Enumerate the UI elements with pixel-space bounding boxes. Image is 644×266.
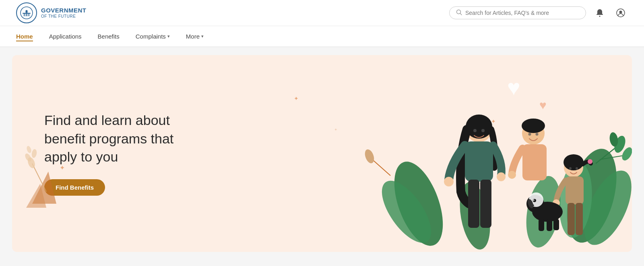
chevron-down-icon: ▾ [201,34,204,39]
logo[interactable]: GOVERNMENT OF THE FUTURE [16,2,87,23]
search-input[interactable] [465,10,579,16]
svg-point-19 [26,145,32,153]
svg-rect-70 [547,219,552,231]
svg-rect-45 [468,180,479,228]
svg-point-52 [508,171,516,179]
svg-rect-60 [568,203,575,235]
sparkle-icon: ✦ [294,95,299,102]
svg-line-36 [372,160,390,176]
svg-point-10 [599,16,601,17]
svg-point-48 [522,119,545,133]
svg-rect-61 [576,203,583,235]
svg-rect-6 [26,14,27,16]
svg-rect-5 [24,14,25,16]
svg-point-18 [31,149,37,158]
svg-point-12 [619,11,622,14]
search-icon [456,9,462,16]
svg-rect-51 [522,144,547,180]
svg-point-66 [533,200,535,201]
nav-more[interactable]: More ▾ [186,31,204,41]
svg-point-50 [536,133,539,136]
sparkle-icon: ✦ [334,127,337,132]
svg-text:♥: ♥ [507,75,520,100]
svg-point-43 [444,177,454,186]
svg-point-8 [457,10,461,14]
notifications-button[interactable] [592,6,607,20]
svg-text:♥: ♥ [539,98,547,112]
header-right [449,6,628,20]
svg-point-57 [576,167,578,170]
logo-text: GOVERNMENT OF THE FUTURE [41,7,87,18]
svg-rect-69 [539,219,544,231]
plant-decoration [24,131,68,212]
user-profile-button[interactable] [613,6,628,20]
chevron-down-icon: ▾ [167,34,170,39]
search-bar[interactable] [449,6,586,19]
site-header: GOVERNMENT OF THE FUTURE [0,0,644,26]
svg-point-49 [528,133,531,136]
hero-banner: ✦ ✦ ✦ Find and learn about benefit progr… [12,55,632,252]
svg-point-41 [481,129,485,132]
svg-point-54 [564,154,584,170]
svg-point-37 [363,148,376,165]
svg-rect-7 [28,14,29,16]
svg-point-55 [588,159,592,164]
logo-icon [16,2,37,23]
svg-rect-42 [465,141,493,182]
svg-point-40 [473,129,477,132]
nav-home[interactable]: Home [16,31,33,41]
svg-point-44 [497,172,506,181]
svg-point-68 [530,204,534,207]
family-illustration: ♥ ♥ ✦ ✦ [350,55,632,252]
navigation: Home Applications Benefits Complaints ▾ … [0,26,644,47]
nav-complaints[interactable]: Complaints ▾ [136,31,170,41]
svg-line-9 [460,14,462,15]
hero-content: Find and learn about benefit programs th… [12,87,221,220]
svg-rect-46 [480,180,491,228]
svg-rect-4 [26,10,27,13]
svg-rect-71 [553,219,559,230]
hero-illustration: ♥ ♥ ✦ ✦ [350,55,632,252]
svg-point-56 [569,167,572,170]
nav-applications[interactable]: Applications [49,31,82,41]
nav-benefits[interactable]: Benefits [98,31,120,41]
